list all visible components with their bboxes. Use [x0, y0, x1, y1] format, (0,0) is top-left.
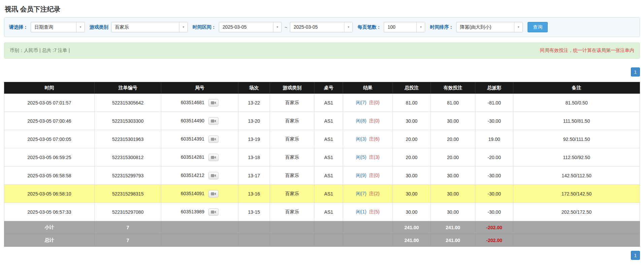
round-number: 603514391 [181, 136, 204, 141]
cell-game-type: 百家乐 [270, 94, 314, 112]
video-replay-button[interactable] [208, 190, 218, 198]
col-total-bet: 总投注 [393, 82, 431, 94]
video-replay-button[interactable] [208, 136, 218, 143]
cell-remark: 112.50/92.50 [513, 148, 640, 167]
subtotal-payout: -202.00 [475, 221, 513, 234]
summary-bar: 币别：人民币 | 总共 :7 注单 | 同局有效投注，统一计算在该局第一张注单内 [4, 42, 640, 59]
table-footer: 小计 7 241.00 241.00 -202.00 总计 7 241.00 2… [4, 221, 640, 247]
chevron-down-icon: ▼ [514, 22, 522, 32]
cell-payout: -30.00 [475, 185, 513, 203]
label-time-sort: 时间排序： [430, 24, 453, 30]
col-valid-bet: 有效投注 [431, 82, 475, 94]
video-camera-icon [211, 119, 216, 123]
cell-round: 603513989 [161, 203, 238, 221]
cell-game-type: 百家乐 [270, 203, 314, 221]
page: 视讯 会员下注纪录 请选择： 日期查询 ▼ 游戏类别 百家乐 ▼ 时间区间： 2… [0, 0, 644, 260]
video-camera-icon [211, 137, 216, 141]
cell-remark: 142.50/112.50 [513, 167, 640, 185]
cell-remark: 202.50/172.50 [513, 203, 640, 221]
cell-round: 603514091 [161, 185, 238, 203]
cell-round: 603514281 [161, 148, 238, 167]
video-camera-icon [211, 174, 216, 178]
cell-total-bet[interactable]: 81.00 [393, 94, 431, 112]
cell-session: 13-18 [238, 148, 270, 167]
page-size-select[interactable]: 100 ▼ [384, 22, 425, 32]
time-sort-value: 降冪(由大到小) [456, 22, 514, 32]
game-category-select[interactable]: 百家乐 ▼ [111, 22, 188, 32]
page-button-1[interactable]: 1 [631, 251, 640, 260]
cell-remark: 111.50/81.50 [513, 112, 640, 130]
cell-table-number: AS1 [314, 112, 343, 130]
cell-payout: -81.00 [475, 94, 513, 112]
cell-total-bet[interactable]: 30.00 [393, 185, 431, 203]
cell-total-bet[interactable]: 30.00 [393, 112, 431, 130]
cell-round: 603514681 [161, 94, 238, 112]
cell-time: 2025-03-05 06:59:25 [4, 148, 95, 167]
subtotal-valid-bet: 241.00 [431, 221, 475, 234]
cell-payout: -30.00 [475, 203, 513, 221]
video-replay-button[interactable] [208, 117, 218, 125]
label-time-range: 时间区间： [193, 24, 216, 30]
result-player: 闲(7) [356, 100, 366, 105]
cell-time: 2025-03-05 06:57:33 [4, 203, 95, 221]
cell-payout: 19.00 [475, 130, 513, 148]
date-to-value: 2025-03-05 [290, 22, 344, 32]
cell-result: 闲(7) 庄(0) [343, 94, 393, 112]
cell-order-id: 522315301963 [95, 130, 161, 148]
cell-session: 13-17 [238, 167, 270, 185]
cell-result: 闲(1) 庄(5) [343, 203, 393, 221]
cell-valid-bet: 20.00 [431, 148, 475, 167]
cell-valid-bet: 30.00 [431, 112, 475, 130]
date-from-input[interactable]: 2025-03-05 ▼ [219, 22, 282, 32]
total-row: 总计 7 241.00 241.00 -202.00 [4, 234, 640, 247]
search-button[interactable]: 查询 [528, 22, 548, 32]
video-camera-icon [211, 101, 216, 105]
cell-valid-bet: 30.00 [431, 203, 475, 221]
cell-time: 2025-03-05 06:58:58 [4, 167, 95, 185]
page-button-1[interactable]: 1 [631, 67, 640, 77]
result-banker: 庄(0) [369, 100, 379, 105]
chevron-down-icon: ▼ [179, 22, 188, 32]
round-number: 603514681 [181, 99, 204, 105]
cell-result: 闲(3) 庄(6) [343, 130, 393, 148]
cell-game-type: 百家乐 [270, 167, 314, 185]
col-remark: 备注 [513, 82, 640, 94]
page-size-value: 100 [384, 22, 416, 32]
col-game-type: 游戏类别 [270, 82, 314, 94]
cell-result: 闲(5) 庄(3) [343, 148, 393, 167]
subtotal-row: 小计 7 241.00 241.00 -202.00 [4, 221, 640, 234]
cell-total-bet[interactable]: 30.00 [393, 167, 431, 185]
round-number: 603514281 [181, 154, 204, 159]
cell-table-number: AS1 [314, 94, 343, 112]
query-type-select[interactable]: 日期查询 ▼ [31, 22, 85, 32]
result-banker: 庄(2) [369, 191, 379, 196]
cell-order-id: 522315299793 [95, 167, 161, 185]
cell-order-id: 522315300812 [95, 148, 161, 167]
video-camera-icon [211, 155, 216, 159]
chevron-down-icon: ▼ [416, 22, 425, 32]
cell-total-bet[interactable]: 20.00 [393, 130, 431, 148]
summary-note-text: 同局有效投注，统一计算在该局第一张注单内 [540, 48, 634, 54]
col-round: 局号 [161, 82, 238, 94]
cell-result: 闲(7) 庄(2) [343, 185, 393, 203]
cell-table-number: AS1 [314, 130, 343, 148]
subtotal-count: 7 [95, 221, 161, 234]
cell-game-type: 百家乐 [270, 148, 314, 167]
video-replay-button[interactable] [208, 208, 218, 216]
video-replay-button[interactable] [208, 99, 218, 107]
cell-game-type: 百家乐 [270, 112, 314, 130]
round-number: 603514490 [181, 118, 204, 123]
cell-total-bet[interactable]: 30.00 [393, 203, 431, 221]
subtotal-label: 小计 [4, 221, 95, 234]
cell-time: 2025-03-05 06:58:10 [4, 185, 95, 203]
cell-total-bet[interactable]: 20.00 [393, 148, 431, 167]
time-sort-select[interactable]: 降冪(由大到小) ▼ [456, 22, 523, 32]
round-number: 603514212 [181, 172, 204, 178]
date-to-input[interactable]: 2025-03-05 ▼ [290, 22, 353, 32]
video-replay-button[interactable] [208, 154, 218, 161]
cell-order-id: 522315303300 [95, 112, 161, 130]
cell-order-id: 522315305642 [95, 94, 161, 112]
table-row: 2025-03-05 07:00:05 522315301963 6035143… [4, 130, 640, 148]
video-replay-button[interactable] [208, 172, 218, 179]
cell-order-id: 522315298315 [95, 185, 161, 203]
